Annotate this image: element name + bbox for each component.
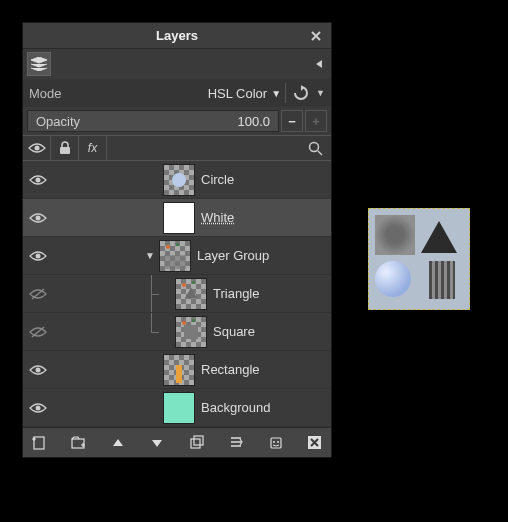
layer-name[interactable]: Layer Group bbox=[197, 248, 269, 263]
svg-point-6 bbox=[36, 367, 41, 372]
visibility-toggle[interactable] bbox=[23, 325, 53, 339]
mode-switch-button[interactable] bbox=[290, 82, 312, 104]
layer-name[interactable]: White bbox=[201, 210, 234, 225]
layer-row-square[interactable]: Square bbox=[23, 313, 331, 351]
visibility-column-header[interactable] bbox=[23, 135, 51, 161]
opacity-value: 100.0 bbox=[237, 114, 270, 129]
lower-layer-button[interactable] bbox=[145, 431, 169, 455]
footer-toolbar bbox=[23, 427, 331, 457]
svg-rect-1 bbox=[60, 147, 70, 154]
opacity-increase[interactable]: + bbox=[305, 110, 327, 132]
svg-point-3 bbox=[36, 177, 41, 182]
visibility-toggle[interactable] bbox=[23, 250, 53, 262]
visibility-toggle[interactable] bbox=[23, 174, 53, 186]
layer-row-group[interactable]: ▼ Layer Group bbox=[23, 237, 331, 275]
duplicate-layer-button[interactable] bbox=[185, 431, 209, 455]
mode-label: Mode bbox=[29, 86, 79, 101]
canvas-preview bbox=[368, 208, 470, 310]
svg-point-2 bbox=[309, 142, 318, 151]
blend-mode-select[interactable]: HSL Color ▼ bbox=[83, 86, 281, 101]
column-header-row: fx bbox=[23, 135, 331, 161]
anchor-layer-button[interactable] bbox=[264, 431, 288, 455]
blend-mode-value: HSL Color bbox=[208, 86, 267, 101]
opacity-label: Opacity bbox=[36, 114, 237, 129]
preview-tile bbox=[421, 215, 461, 255]
layers-list: Circle White ▼ Layer Group Triangle bbox=[23, 161, 331, 427]
visibility-toggle[interactable] bbox=[23, 287, 53, 301]
svg-point-13 bbox=[273, 441, 275, 443]
svg-rect-10 bbox=[191, 439, 200, 448]
delete-layer-button[interactable] bbox=[303, 431, 327, 455]
raise-layer-button[interactable] bbox=[106, 431, 130, 455]
layer-row-background[interactable]: Background bbox=[23, 389, 331, 427]
layer-name[interactable]: Triangle bbox=[213, 286, 259, 301]
visibility-toggle[interactable] bbox=[23, 402, 53, 414]
layers-panel: Layers Mode HSL Color ▼ ▼ Opacity 100.0 … bbox=[22, 22, 332, 458]
preview-tile bbox=[375, 261, 415, 301]
tab-row bbox=[23, 49, 331, 79]
layers-tab[interactable] bbox=[27, 52, 51, 76]
layer-thumbnail bbox=[175, 278, 207, 310]
group-collapse-toggle[interactable]: ▼ bbox=[143, 250, 157, 261]
layer-row-circle[interactable]: Circle bbox=[23, 161, 331, 199]
layer-name[interactable]: Square bbox=[213, 324, 255, 339]
visibility-toggle[interactable] bbox=[23, 212, 53, 224]
layer-row-triangle[interactable]: Triangle bbox=[23, 275, 331, 313]
visibility-toggle[interactable] bbox=[23, 364, 53, 376]
merge-down-button[interactable] bbox=[224, 431, 248, 455]
layer-name[interactable]: Circle bbox=[201, 172, 234, 187]
chevron-down-icon[interactable]: ▼ bbox=[316, 88, 325, 98]
svg-point-5 bbox=[36, 253, 41, 258]
titlebar: Layers bbox=[23, 23, 331, 49]
layer-row-rectangle[interactable]: Rectangle bbox=[23, 351, 331, 389]
opacity-slider[interactable]: Opacity 100.0 bbox=[27, 110, 279, 132]
svg-point-0 bbox=[34, 146, 39, 151]
layer-thumbnail bbox=[175, 316, 207, 348]
layer-thumbnail bbox=[163, 202, 195, 234]
search-button[interactable] bbox=[299, 141, 331, 156]
new-layer-button[interactable] bbox=[27, 431, 51, 455]
panel-menu-button[interactable] bbox=[311, 56, 327, 72]
layer-name[interactable]: Background bbox=[201, 400, 270, 415]
opacity-row: Opacity 100.0 − + bbox=[23, 107, 331, 135]
svg-point-7 bbox=[36, 405, 41, 410]
new-group-button[interactable] bbox=[66, 431, 90, 455]
close-button[interactable] bbox=[307, 27, 325, 45]
svg-point-4 bbox=[36, 215, 41, 220]
fx-column-header[interactable]: fx bbox=[79, 135, 107, 161]
opacity-decrease[interactable]: − bbox=[281, 110, 303, 132]
layer-row-white[interactable]: White bbox=[23, 199, 331, 237]
blend-mode-row: Mode HSL Color ▼ ▼ bbox=[23, 79, 331, 107]
panel-title: Layers bbox=[156, 28, 198, 43]
svg-rect-11 bbox=[194, 436, 203, 445]
preview-tile bbox=[375, 215, 415, 255]
svg-rect-9 bbox=[72, 439, 84, 448]
layer-thumbnail bbox=[163, 164, 195, 196]
preview-tile bbox=[421, 261, 461, 301]
layer-name[interactable]: Rectangle bbox=[201, 362, 260, 377]
svg-point-14 bbox=[277, 441, 279, 443]
separator bbox=[285, 83, 286, 103]
chevron-down-icon: ▼ bbox=[271, 88, 281, 99]
layer-thumbnail bbox=[163, 392, 195, 424]
layer-thumbnail bbox=[163, 354, 195, 386]
layer-thumbnail bbox=[159, 240, 191, 272]
lock-column-header[interactable] bbox=[51, 135, 79, 161]
